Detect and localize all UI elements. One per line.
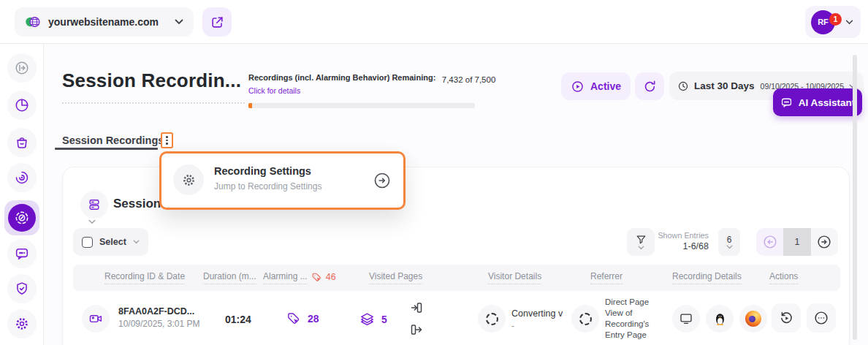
recording-id-cell[interactable]: 8FAA0A2F-DCD... 10/09/2025, 3:01 PM <box>118 306 199 329</box>
play-circle-icon <box>571 80 585 94</box>
refresh-icon <box>643 80 657 94</box>
avatar: RF 1 <box>811 10 835 34</box>
pagination: 1 <box>756 228 838 256</box>
arrow-right-circle-icon <box>373 171 392 190</box>
col-recording-id-date: Recording ID & Date <box>104 271 185 284</box>
menu-item-title: Recording Settings <box>214 165 311 177</box>
menu-item-subtitle: Jump to Recording Settings <box>214 181 321 192</box>
ai-assistant-button[interactable]: AI Assistant <box>773 88 862 116</box>
alarming-count: 28 <box>308 313 319 325</box>
page-title: Session Recordin... <box>62 69 245 104</box>
notification-badge: 1 <box>829 13 842 26</box>
recording-date: 10/09/2025, 3:01 PM <box>118 319 199 329</box>
prev-page-button[interactable] <box>756 228 783 256</box>
video-camera-icon <box>82 305 110 333</box>
app-window: yourwebsitename.com RF 1 <box>0 0 868 345</box>
shown-entries-label: Shown Entries <box>650 231 709 240</box>
chevron-down-icon <box>845 20 853 25</box>
session-recording-icon <box>14 210 30 226</box>
website-selector[interactable]: yourwebsitename.com <box>15 7 194 37</box>
sidebar-item-feedback[interactable] <box>7 239 37 268</box>
remaining-value: 7,432 of 7,500 <box>442 75 496 84</box>
next-page-button[interactable] <box>811 228 838 256</box>
chat-bubble-icon <box>780 96 793 109</box>
ellipsis-circle-icon <box>813 310 829 326</box>
tag-alert-icon <box>286 311 301 326</box>
chat-bubble-icon <box>14 246 30 262</box>
chevron-down-icon <box>88 219 96 224</box>
replay-icon <box>779 311 794 326</box>
spiral-icon <box>14 170 30 186</box>
visitor-loading-icon <box>478 305 506 333</box>
chevron-down-icon <box>726 245 733 249</box>
sidebar-item-heatmaps[interactable] <box>7 163 37 192</box>
ai-assistant-label: AI Assistant <box>799 97 856 108</box>
sidebar-item-settings[interactable] <box>7 309 37 338</box>
period-label: Last 30 Days <box>694 80 755 91</box>
scrollbar[interactable] <box>853 55 857 340</box>
alarming-cell: 28 <box>286 311 319 326</box>
avatar-initials: RF <box>818 18 829 26</box>
replay-button[interactable] <box>772 303 801 333</box>
status-active-button[interactable]: Active <box>561 72 631 100</box>
select-checkbox[interactable] <box>82 237 93 248</box>
sidebar-item-dashboard[interactable] <box>7 91 37 120</box>
page-size-value: 6 <box>727 235 732 245</box>
sidebar-item-ecommerce[interactable] <box>7 128 37 157</box>
visited-pages-count: 5 <box>381 314 387 325</box>
device-desktop-icon <box>672 305 700 333</box>
col-actions: Actions <box>769 271 798 284</box>
visitor-type: Converting v <box>511 308 563 319</box>
browser-firefox-icon <box>739 305 767 333</box>
refresh-button[interactable] <box>635 72 664 100</box>
sidebar-item-session-recordings[interactable] <box>4 200 39 235</box>
tab-options-button[interactable] <box>161 132 173 148</box>
clock-icon <box>677 80 689 92</box>
usage-progress-fill <box>248 103 252 108</box>
pie-chart-icon <box>14 97 30 113</box>
page-size-selector[interactable]: 6 <box>718 228 740 256</box>
entry-page-icon[interactable] <box>411 302 422 314</box>
sidebar-item-collapse[interactable] <box>7 53 37 83</box>
recording-id: 8FAA0A2F-DCD... <box>118 306 199 316</box>
select-dropdown[interactable]: Select <box>73 228 148 256</box>
shield-check-icon <box>14 281 30 297</box>
exit-page-icon[interactable] <box>411 324 422 335</box>
tab-session-recordings[interactable]: Session Recordings <box>62 134 164 146</box>
website-name: yourwebsitename.com <box>48 16 167 28</box>
details-link[interactable]: Click for details <box>248 86 300 95</box>
collapse-arrow-icon <box>14 60 30 76</box>
overview-expand-control[interactable] <box>80 191 108 219</box>
more-actions-button[interactable] <box>807 303 836 333</box>
visitor-details-cell: Converting v - <box>511 308 563 331</box>
open-website-button[interactable] <box>202 7 232 37</box>
active-tab-underline <box>55 148 158 150</box>
gear-icon <box>14 316 30 332</box>
tag-alert-icon <box>311 272 322 284</box>
account-menu[interactable]: RF 1 <box>805 6 861 38</box>
os-linux-icon <box>706 305 734 333</box>
usage-progress-bar <box>248 103 475 108</box>
shown-entries: Shown Entries 1-6/68 <box>650 231 709 251</box>
referrer-text: Direct Page View of Recording's Entry Pa… <box>605 297 656 341</box>
current-page[interactable]: 1 <box>783 228 810 256</box>
referrer-loading-icon <box>571 305 599 333</box>
col-duration: Duration (m... <box>203 271 256 284</box>
col-alarming-label: Alarming ... <box>263 271 308 284</box>
external-link-icon <box>210 15 224 29</box>
recording-settings-menu-item[interactable]: Recording Settings Jump to Recording Set… <box>159 151 406 210</box>
status-label: Active <box>590 80 621 92</box>
col-alarming: Alarming ... 46 <box>263 271 336 284</box>
sidebar <box>0 44 44 345</box>
database-icon <box>87 197 102 212</box>
chevron-down-icon <box>638 246 644 250</box>
duration-value: 01:24 <box>225 314 251 325</box>
sidebar-item-security[interactable] <box>7 274 37 303</box>
col-alarming-total: 46 <box>326 272 336 284</box>
col-referrer: Referrer <box>590 271 623 284</box>
visited-pages-cell: 5 <box>359 311 387 327</box>
globe-icon <box>25 14 41 30</box>
gear-icon <box>173 164 204 195</box>
visitor-value: - <box>511 321 563 331</box>
top-bar: yourwebsitename.com RF 1 <box>0 0 868 44</box>
